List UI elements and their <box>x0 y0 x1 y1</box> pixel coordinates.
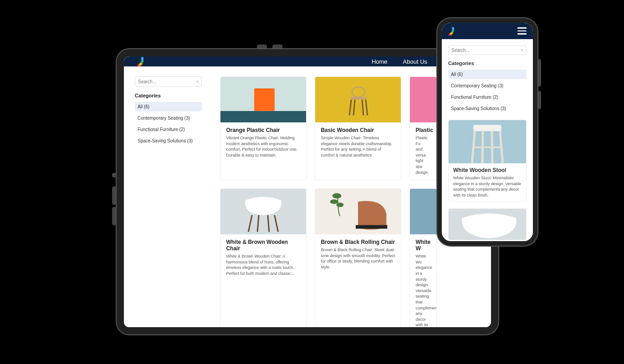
phone-category-contemporary[interactable]: Contemporary Seating (3) <box>448 81 527 91</box>
tablet-side-button-1 <box>112 187 117 205</box>
svg-rect-2 <box>255 88 258 111</box>
tablet-screen: Home About Us Plans C × Categories All (… <box>124 56 491 327</box>
svg-point-14 <box>332 193 342 199</box>
product-desc: Brown & Black Rolling Chair: Sleek dual-… <box>321 247 395 270</box>
product-desc: White & Brown Wooden Chair: A harmonious… <box>226 253 301 276</box>
svg-rect-4 <box>353 87 365 97</box>
svg-rect-17 <box>356 225 387 229</box>
product-title: White W <box>415 239 431 252</box>
product-desc: White Wo elegance in a sturdy design. Ve… <box>415 253 431 334</box>
svg-line-6 <box>350 100 352 116</box>
nav-about[interactable]: About Us <box>403 58 427 65</box>
category-spacesaving[interactable]: Space-Saving Solutions (3) <box>135 136 202 146</box>
phone-device: × Categories All (6) Contemporary Seatin… <box>437 18 537 246</box>
product-title: Plastic <box>415 127 431 133</box>
product-title: Brown & Black Rolling Chair <box>321 239 395 245</box>
svg-line-11 <box>275 215 278 232</box>
phone-camera <box>310 23 314 26</box>
phone-category-spacesaving[interactable]: Space-Saving Solutions (3) <box>448 104 527 113</box>
product-card[interactable]: White W White Wo elegance in a sturdy de… <box>409 188 437 334</box>
product-title: Basic Wooden Chair <box>321 127 395 133</box>
svg-line-7 <box>366 100 368 116</box>
phone-product-title: White Wooden Stool <box>453 167 522 173</box>
svg-line-13 <box>268 215 269 232</box>
svg-point-16 <box>337 202 344 207</box>
svg-line-9 <box>362 100 363 116</box>
phone-search-box[interactable]: × <box>448 46 527 55</box>
phone-body: × Categories All (6) Contemporary Seatin… <box>442 39 533 241</box>
phone-category-all[interactable]: All (6) <box>448 70 527 79</box>
phone-product-card-partial[interactable] <box>448 208 527 240</box>
tablet-side-dot <box>112 173 117 177</box>
svg-rect-18 <box>473 125 501 131</box>
product-image <box>315 189 401 234</box>
product-image <box>220 77 306 122</box>
nav-home[interactable]: Home <box>372 58 388 65</box>
product-desc: Simple Wooden Chair: Timeless elegance m… <box>321 135 395 158</box>
phone-volume-button <box>537 59 541 86</box>
clear-icon[interactable]: × <box>521 48 523 53</box>
tablet-volume-down <box>272 45 282 49</box>
phone-search-input[interactable] <box>451 48 521 53</box>
product-card[interactable]: Brown & Black Rolling Chair Brown & Blac… <box>315 188 401 334</box>
categories-heading: Categories <box>135 93 202 98</box>
search-box[interactable]: × <box>135 76 202 86</box>
phone-product-image <box>449 120 526 163</box>
svg-rect-5 <box>351 97 367 100</box>
tablet-navbar: Home About Us Plans C <box>124 56 491 66</box>
product-title: Orange Plastic Chair <box>226 127 301 133</box>
clear-icon[interactable]: × <box>196 79 199 84</box>
category-all[interactable]: All (6) <box>135 102 202 111</box>
product-image <box>410 189 436 234</box>
tablet-side-button-2 <box>112 207 117 225</box>
logo-icon <box>449 26 458 35</box>
product-card[interactable]: White & Brown Wooden Chair White & Brown… <box>220 188 307 334</box>
phone-product-desc: White Wooden Stool: Minimalistic eleganc… <box>453 175 522 198</box>
category-functional[interactable]: Functional Furniture (2) <box>135 125 202 134</box>
product-image <box>410 77 436 122</box>
product-image <box>315 77 401 122</box>
phone-power-button <box>537 91 541 109</box>
logo-icon <box>138 56 148 66</box>
svg-line-10 <box>249 215 252 232</box>
svg-rect-3 <box>271 88 275 111</box>
product-desc: Plastic Fo and versa tight spa design. <box>415 135 431 175</box>
search-input[interactable] <box>138 79 196 84</box>
svg-point-15 <box>330 199 338 204</box>
sidebar: × Categories All (6) Contemporary Seatin… <box>135 76 202 334</box>
phone-category-functional[interactable]: Functional Furniture (2) <box>448 92 527 102</box>
product-desc: Vibrant Orange Plastic Chair: Melding mo… <box>226 135 301 158</box>
phone-categories-heading: Categories <box>448 61 527 66</box>
product-card[interactable]: Orange Plastic Chair Vibrant Orange Plas… <box>220 76 307 180</box>
phone-navbar <box>442 23 533 39</box>
phone-product-image <box>449 209 526 240</box>
svg-line-8 <box>354 100 355 116</box>
product-card[interactable]: Basic Wooden Chair Simple Wooden Chair: … <box>315 76 401 180</box>
product-image <box>220 189 306 234</box>
product-title: White & Brown Wooden Chair <box>226 239 301 252</box>
svg-line-12 <box>258 215 259 232</box>
hamburger-icon[interactable] <box>517 27 527 35</box>
category-contemporary[interactable]: Contemporary Seating (3) <box>135 113 202 123</box>
tablet-body: × Categories All (6) Contemporary Seatin… <box>124 66 491 334</box>
phone-screen: × Categories All (6) Contemporary Seatin… <box>442 23 533 241</box>
product-card[interactable]: Plastic Plastic Fo and versa tight spa d… <box>409 76 437 180</box>
tablet-volume-up <box>257 45 267 49</box>
phone-product-card[interactable]: White Wooden Stool White Wooden Stool: M… <box>448 120 527 202</box>
